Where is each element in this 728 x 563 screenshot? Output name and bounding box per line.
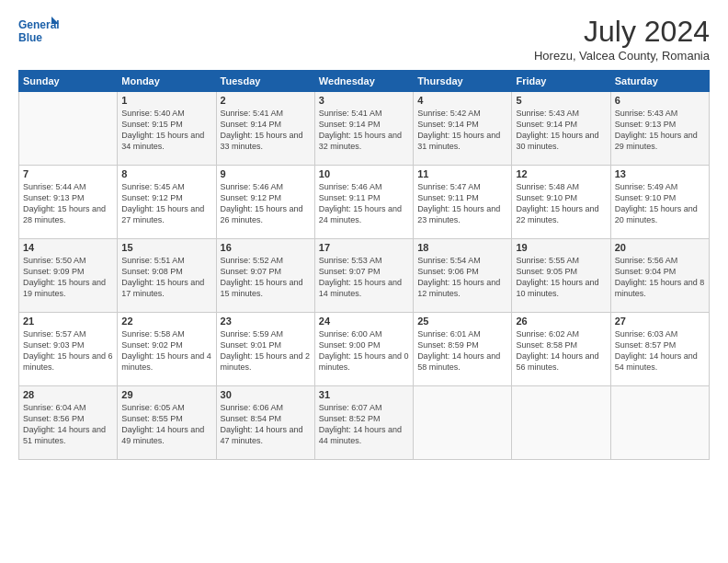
day-number: 28 — [23, 389, 113, 400]
cell-info: Sunrise: 5:56 AMSunset: 9:04 PMDaylight:… — [615, 256, 705, 298]
day-number: 5 — [516, 95, 606, 106]
calendar-cell: 1 Sunrise: 5:40 AMSunset: 9:15 PMDayligh… — [118, 92, 216, 166]
calendar-cell: 25 Sunrise: 6:01 AMSunset: 8:59 PMDaylig… — [414, 313, 512, 386]
calendar-header: Sunday Monday Tuesday Wednesday Thursday… — [19, 71, 710, 92]
calendar-body: 1 Sunrise: 5:40 AMSunset: 9:15 PMDayligh… — [19, 92, 710, 460]
calendar-cell: 12 Sunrise: 5:48 AMSunset: 9:10 PMDaylig… — [512, 166, 610, 239]
calendar-cell: 11 Sunrise: 5:47 AMSunset: 9:11 PMDaylig… — [414, 166, 512, 239]
cell-info: Sunrise: 5:40 AMSunset: 9:15 PMDaylight:… — [121, 109, 204, 151]
calendar-cell — [512, 386, 610, 460]
calendar-cell: 10 Sunrise: 5:46 AMSunset: 9:11 PMDaylig… — [314, 166, 413, 239]
cell-info: Sunrise: 5:41 AMSunset: 9:14 PMDaylight:… — [221, 109, 303, 151]
calendar-cell: 19 Sunrise: 5:55 AMSunset: 9:05 PMDaylig… — [512, 239, 610, 313]
day-number: 7 — [23, 168, 113, 179]
day-number: 9 — [221, 168, 311, 179]
day-number: 11 — [417, 168, 507, 179]
calendar-cell: 30 Sunrise: 6:06 AMSunset: 8:54 PMDaylig… — [216, 386, 314, 460]
calendar-week-2: 7 Sunrise: 5:44 AMSunset: 9:13 PMDayligh… — [19, 166, 710, 239]
day-number: 15 — [121, 242, 211, 253]
calendar-cell: 2 Sunrise: 5:41 AMSunset: 9:14 PMDayligh… — [216, 92, 314, 166]
day-number: 12 — [516, 168, 606, 179]
header-wednesday: Wednesday — [314, 71, 413, 92]
cell-info: Sunrise: 5:45 AMSunset: 9:12 PMDaylight:… — [121, 182, 204, 224]
cell-info: Sunrise: 5:55 AMSunset: 9:05 PMDaylight:… — [516, 256, 598, 298]
cell-info: Sunrise: 6:02 AMSunset: 8:58 PMDaylight:… — [516, 329, 598, 372]
calendar-cell: 22 Sunrise: 5:58 AMSunset: 9:02 PMDaylig… — [118, 313, 216, 386]
calendar-cell: 18 Sunrise: 5:54 AMSunset: 9:06 PMDaylig… — [414, 239, 512, 313]
calendar-cell: 5 Sunrise: 5:43 AMSunset: 9:14 PMDayligh… — [512, 92, 610, 166]
calendar-cell: 28 Sunrise: 6:04 AMSunset: 8:56 PMDaylig… — [19, 386, 118, 460]
cell-info: Sunrise: 5:43 AMSunset: 9:14 PMDaylight:… — [516, 109, 598, 151]
calendar-cell: 14 Sunrise: 5:50 AMSunset: 9:09 PMDaylig… — [19, 239, 118, 313]
cell-info: Sunrise: 5:57 AMSunset: 9:03 PMDaylight:… — [23, 329, 113, 372]
cell-info: Sunrise: 5:59 AMSunset: 9:01 PMDaylight:… — [221, 329, 311, 372]
day-number: 8 — [121, 168, 211, 179]
day-number: 10 — [319, 168, 409, 179]
cell-info: Sunrise: 5:46 AMSunset: 9:12 PMDaylight:… — [221, 182, 303, 224]
calendar-cell: 8 Sunrise: 5:45 AMSunset: 9:12 PMDayligh… — [118, 166, 216, 239]
calendar-cell: 15 Sunrise: 5:51 AMSunset: 9:08 PMDaylig… — [118, 239, 216, 313]
header-row: Sunday Monday Tuesday Wednesday Thursday… — [19, 71, 710, 92]
cell-info: Sunrise: 5:49 AMSunset: 9:10 PMDaylight:… — [615, 182, 698, 224]
cell-info: Sunrise: 5:48 AMSunset: 9:10 PMDaylight:… — [516, 182, 598, 224]
calendar-cell: 13 Sunrise: 5:49 AMSunset: 9:10 PMDaylig… — [610, 166, 709, 239]
page-subtitle: Horezu, Valcea County, Romania — [534, 49, 710, 63]
cell-info: Sunrise: 6:03 AMSunset: 8:57 PMDaylight:… — [615, 329, 698, 372]
page-title: July 2024 — [534, 15, 710, 49]
svg-text:Blue: Blue — [18, 31, 42, 44]
day-number: 22 — [121, 316, 211, 327]
calendar-cell: 31 Sunrise: 6:07 AMSunset: 8:52 PMDaylig… — [314, 386, 413, 460]
calendar-cell: 17 Sunrise: 5:53 AMSunset: 9:07 PMDaylig… — [314, 239, 413, 313]
header-monday: Monday — [118, 71, 216, 92]
calendar-week-1: 1 Sunrise: 5:40 AMSunset: 9:15 PMDayligh… — [19, 92, 710, 166]
cell-info: Sunrise: 6:00 AMSunset: 9:00 PMDaylight:… — [319, 329, 409, 372]
page-header: General Blue July 2024 Horezu, Valcea Co… — [18, 15, 710, 63]
calendar-cell: 20 Sunrise: 5:56 AMSunset: 9:04 PMDaylig… — [610, 239, 709, 313]
cell-info: Sunrise: 5:43 AMSunset: 9:13 PMDaylight:… — [615, 109, 698, 151]
day-number: 24 — [319, 316, 409, 327]
calendar-cell: 24 Sunrise: 6:00 AMSunset: 9:00 PMDaylig… — [314, 313, 413, 386]
logo-svg: General Blue — [18, 15, 59, 48]
header-friday: Friday — [512, 71, 610, 92]
calendar-cell — [610, 386, 709, 460]
calendar-cell: 16 Sunrise: 5:52 AMSunset: 9:07 PMDaylig… — [216, 239, 314, 313]
day-number: 1 — [121, 95, 211, 106]
header-tuesday: Tuesday — [216, 71, 314, 92]
day-number: 21 — [23, 316, 113, 327]
header-sunday: Sunday — [19, 71, 118, 92]
calendar-cell — [19, 92, 118, 166]
day-number: 13 — [615, 168, 705, 179]
calendar-cell: 23 Sunrise: 5:59 AMSunset: 9:01 PMDaylig… — [216, 313, 314, 386]
cell-info: Sunrise: 5:51 AMSunset: 9:08 PMDaylight:… — [121, 256, 204, 298]
day-number: 27 — [615, 316, 705, 327]
cell-info: Sunrise: 5:54 AMSunset: 9:06 PMDaylight:… — [417, 256, 500, 298]
calendar-cell: 21 Sunrise: 5:57 AMSunset: 9:03 PMDaylig… — [19, 313, 118, 386]
day-number: 19 — [516, 242, 606, 253]
cell-info: Sunrise: 5:44 AMSunset: 9:13 PMDaylight:… — [23, 182, 106, 224]
day-number: 23 — [221, 316, 311, 327]
calendar-cell: 7 Sunrise: 5:44 AMSunset: 9:13 PMDayligh… — [19, 166, 118, 239]
calendar-cell — [414, 386, 512, 460]
day-number: 26 — [516, 316, 606, 327]
day-number: 6 — [615, 95, 705, 106]
cell-info: Sunrise: 6:04 AMSunset: 8:56 PMDaylight:… — [23, 403, 106, 445]
calendar-cell: 9 Sunrise: 5:46 AMSunset: 9:12 PMDayligh… — [216, 166, 314, 239]
day-number: 29 — [121, 389, 211, 400]
cell-info: Sunrise: 5:53 AMSunset: 9:07 PMDaylight:… — [319, 256, 402, 298]
day-number: 4 — [417, 95, 507, 106]
day-number: 31 — [319, 389, 409, 400]
day-number: 18 — [417, 242, 507, 253]
calendar-table: Sunday Monday Tuesday Wednesday Thursday… — [18, 70, 710, 460]
cell-info: Sunrise: 6:06 AMSunset: 8:54 PMDaylight:… — [221, 403, 303, 445]
day-number: 14 — [23, 242, 113, 253]
cell-info: Sunrise: 6:07 AMSunset: 8:52 PMDaylight:… — [319, 403, 402, 445]
logo: General Blue — [18, 15, 59, 48]
header-saturday: Saturday — [610, 71, 709, 92]
day-number: 25 — [417, 316, 507, 327]
calendar-cell: 6 Sunrise: 5:43 AMSunset: 9:13 PMDayligh… — [610, 92, 709, 166]
calendar-page: General Blue July 2024 Horezu, Valcea Co… — [0, 0, 728, 563]
cell-info: Sunrise: 5:42 AMSunset: 9:14 PMDaylight:… — [417, 109, 500, 151]
day-number: 30 — [221, 389, 311, 400]
calendar-week-3: 14 Sunrise: 5:50 AMSunset: 9:09 PMDaylig… — [19, 239, 710, 313]
cell-info: Sunrise: 5:46 AMSunset: 9:11 PMDaylight:… — [319, 182, 402, 224]
